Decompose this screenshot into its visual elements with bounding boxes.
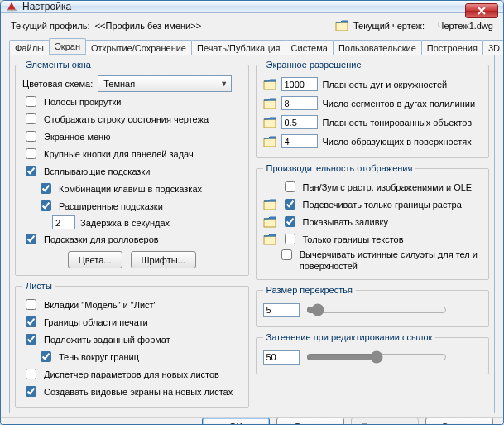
drawing-icon bbox=[263, 136, 276, 147]
svg-marker-17 bbox=[264, 234, 276, 236]
lbl-status-row: Отображать строку состояния чертежа bbox=[44, 113, 209, 125]
chk-model-layout-tabs[interactable] bbox=[26, 299, 36, 310]
svg-rect-10 bbox=[264, 138, 276, 147]
chk-panzoom[interactable] bbox=[285, 181, 295, 192]
input-segments[interactable] bbox=[281, 96, 318, 110]
lbl-shadow: Тень вокруг границ bbox=[59, 351, 139, 363]
chk-shadow[interactable] bbox=[41, 351, 51, 362]
group-resolution: Экранное разрешение Плавность дуг и окру… bbox=[256, 60, 490, 158]
legend-resolution: Экранное разрешение bbox=[263, 60, 365, 70]
drawing-icon bbox=[263, 79, 276, 90]
legend-window-elements: Элементы окна bbox=[22, 60, 94, 70]
group-performance: Производительность отображения Пан/Зум с… bbox=[256, 163, 490, 280]
chk-background-format[interactable] bbox=[26, 334, 36, 345]
lbl-model-layout-tabs: Вкладки "Модель" и "Лист" bbox=[44, 299, 157, 311]
chk-status-row[interactable] bbox=[26, 113, 36, 124]
lbl-tooltips: Всплывающие подсказки bbox=[44, 166, 150, 177]
drawing-icon bbox=[263, 98, 276, 109]
lbl-panzoom: Пан/Зум с растр. изображениями и OLE bbox=[303, 181, 473, 193]
chk-screen-menu[interactable] bbox=[26, 131, 36, 142]
drawing-icon bbox=[263, 216, 276, 228]
drawing-icon bbox=[263, 234, 276, 245]
tab-user[interactable]: Пользовательские bbox=[333, 40, 422, 55]
tab-open-save[interactable]: Открытие/Сохранение bbox=[85, 40, 192, 55]
legend-performance: Производительность отображения bbox=[263, 163, 416, 173]
tabstrip: Файлы Экран Открытие/Сохранение Печать/П… bbox=[9, 36, 495, 55]
tab-files[interactable]: Файлы bbox=[9, 40, 50, 55]
chk-scrollbars[interactable] bbox=[26, 96, 36, 107]
svg-rect-12 bbox=[264, 201, 276, 210]
svg-marker-13 bbox=[264, 200, 276, 201]
svg-rect-8 bbox=[264, 119, 276, 128]
chk-silhouettes[interactable] bbox=[281, 249, 292, 260]
svg-marker-11 bbox=[264, 137, 276, 138]
legend-fade: Затенение при редактировании ссылок bbox=[263, 332, 436, 342]
cancel-button[interactable]: Отмена bbox=[276, 418, 344, 425]
slider-fade[interactable] bbox=[306, 350, 447, 364]
lbl-surf-lines: Число образующих в поверхностях bbox=[323, 137, 482, 147]
slider-crosshair-size[interactable] bbox=[306, 303, 447, 316]
input-rendered-smooth[interactable] bbox=[281, 115, 318, 129]
color-scheme-label: Цветовая схема: bbox=[22, 78, 93, 89]
lbl-screen-menu: Экранное меню bbox=[44, 131, 110, 142]
fonts-button[interactable]: Шрифты... bbox=[131, 251, 196, 268]
svg-marker-5 bbox=[264, 80, 276, 81]
svg-marker-15 bbox=[264, 217, 276, 219]
lbl-rendered-smooth: Плавность тонированных объектов bbox=[323, 118, 482, 128]
drawing-icon bbox=[335, 20, 348, 31]
input-surf-lines[interactable] bbox=[281, 134, 318, 148]
tab-display[interactable]: Экран bbox=[49, 38, 86, 54]
svg-rect-16 bbox=[264, 236, 276, 244]
lbl-show-fill: Показывать заливку bbox=[303, 216, 388, 228]
input-arc-smooth[interactable] bbox=[281, 77, 318, 91]
lbl-print-area: Границы области печати bbox=[44, 316, 148, 328]
chk-big-buttons[interactable] bbox=[26, 148, 36, 159]
lbl-big-buttons: Крупные кнопки для панелей задач bbox=[44, 148, 194, 160]
chk-viewports-new[interactable] bbox=[26, 386, 36, 397]
input-fade[interactable] bbox=[263, 350, 300, 365]
chk-raster-borders[interactable] bbox=[285, 199, 295, 210]
profile-value: <<Профиль без имени>> bbox=[95, 21, 201, 31]
chk-param-mgr[interactable] bbox=[26, 369, 36, 379]
legend-crosshair: Размер перекрестья bbox=[263, 285, 356, 295]
chk-hotkeys[interactable] bbox=[41, 183, 51, 194]
apply-button: Применить bbox=[351, 418, 419, 425]
profile-row: Текущий профиль: <<Профиль без имени>> Т… bbox=[9, 18, 495, 36]
help-button[interactable]: Справка bbox=[425, 418, 493, 425]
legend-sheets: Листы bbox=[22, 281, 55, 291]
svg-rect-6 bbox=[264, 100, 276, 109]
lbl-raster-borders: Подсвечивать только границы растра bbox=[303, 199, 462, 210]
svg-rect-4 bbox=[264, 81, 276, 89]
close-icon bbox=[477, 7, 487, 15]
lbl-scrollbars: Полосы прокрутки bbox=[44, 96, 121, 108]
color-scheme-select[interactable]: Темная ▼ bbox=[98, 75, 232, 92]
chk-rollovers[interactable] bbox=[26, 234, 36, 244]
drawing-icon bbox=[263, 199, 276, 210]
profile-label: Текущий профиль: bbox=[11, 21, 90, 31]
svg-rect-14 bbox=[264, 219, 276, 227]
chevron-down-icon: ▼ bbox=[220, 78, 228, 89]
ok-button[interactable]: OK bbox=[202, 418, 270, 425]
lbl-rollovers: Подсказки для ролловеров bbox=[44, 234, 159, 245]
close-button[interactable] bbox=[465, 3, 498, 18]
input-crosshair-size[interactable] bbox=[263, 303, 300, 317]
lbl-silhouettes: Вычерчивать истинные силуэты для тел и п… bbox=[300, 249, 482, 272]
chk-show-fill[interactable] bbox=[285, 216, 295, 227]
tab-drafting[interactable]: Построения bbox=[421, 40, 483, 55]
chk-tooltips[interactable] bbox=[26, 166, 36, 176]
svg-marker-9 bbox=[264, 118, 276, 119]
group-sheets: Листы Вкладки "Модель" и "Лист" Границы … bbox=[15, 281, 249, 408]
titlebar: Настройка bbox=[1, 1, 503, 13]
colors-button[interactable]: Цвета... bbox=[68, 251, 122, 268]
chk-print-area[interactable] bbox=[26, 316, 36, 327]
svg-marker-7 bbox=[264, 99, 276, 100]
tab-3d[interactable]: 3D bbox=[482, 40, 504, 55]
tab-print[interactable]: Печать/Публикация bbox=[191, 40, 286, 55]
input-tooltip-delay[interactable] bbox=[52, 215, 75, 229]
tab-system[interactable]: Система bbox=[286, 40, 334, 55]
window-title: Настройка bbox=[22, 1, 71, 12]
lbl-arc-smooth: Плавность дуг и окружностей bbox=[323, 80, 482, 89]
chk-extended-tooltips[interactable] bbox=[41, 200, 51, 211]
drawing-value: Чертеж1.dwg bbox=[438, 21, 493, 31]
chk-text-borders[interactable] bbox=[285, 234, 295, 244]
